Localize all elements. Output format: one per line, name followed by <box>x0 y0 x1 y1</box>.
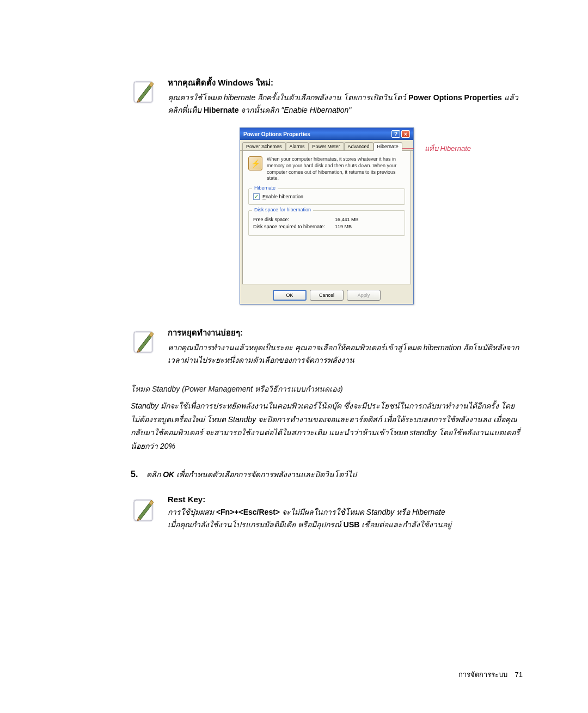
close-icon[interactable]: × <box>401 130 410 138</box>
note-install-windows: หากคุณติดตั้ง Windows ใหม่: คุณควรใช้โหม… <box>131 76 523 117</box>
note-rest-key: Rest Key: การใช้ปุ่มผสม <Fn>+<Esc/Rest> … <box>131 495 523 531</box>
note-body: หากคุณมีการทำงานแล้วหยุดเป็นระยะ คุณอาจเ… <box>168 342 523 367</box>
tab-row: Power Schemes Alarms Power Meter Advance… <box>240 140 413 151</box>
dialog-screenshot-wrap: Power Options Properties ? × Power Schem… <box>131 127 523 304</box>
tab-advanced[interactable]: Advanced <box>344 142 373 150</box>
pen-note-icon <box>131 496 157 524</box>
help-icon[interactable]: ? <box>391 130 400 138</box>
standby-body: Standby มักจะใช้เพื่อการประหยัดพลังงานใน… <box>131 399 523 453</box>
group-diskspace-title: Disk space for hibernation <box>252 207 313 212</box>
standby-heading: โหมด Standby (Power Management หรือวิธีก… <box>131 383 523 395</box>
note-title: Rest Key: <box>168 495 523 504</box>
tab-hibernate[interactable]: Hibernate <box>373 142 402 151</box>
enable-hibernation-checkbox[interactable]: ✓ <box>253 193 260 200</box>
dialog-titlebar: Power Options Properties ? × <box>240 128 413 140</box>
page-footer: การจัดการระบบ 71 <box>458 669 523 680</box>
page-number: 71 <box>515 671 523 679</box>
group-hibernate-title: Hibernate <box>252 185 278 191</box>
ok-button[interactable]: OK <box>273 290 307 301</box>
note-frequent-stops: การหยุดทำงานบ่อยๆ: หากคุณมีการทำงานแล้วห… <box>131 326 523 367</box>
footer-section: การจัดการระบบ <box>458 671 507 679</box>
pen-note-icon <box>131 327 157 356</box>
callout-tab-hibernate-label: แท็บ Hibernate <box>425 143 471 154</box>
hibernate-info-text: When your computer hibernates, it stores… <box>267 156 405 182</box>
enable-hibernation-label: Enable hibernation <box>262 194 303 199</box>
tab-power-schemes[interactable]: Power Schemes <box>242 142 286 150</box>
note-body: คุณควรใช้โหมด hibernate อีกครั้งในตัวเลื… <box>168 92 523 117</box>
power-options-dialog: Power Options Properties ? × Power Schem… <box>240 127 414 304</box>
tab-alarms[interactable]: Alarms <box>286 142 309 150</box>
tab-power-meter[interactable]: Power Meter <box>309 142 344 150</box>
pen-note-icon <box>131 77 157 106</box>
step-number: 5. <box>131 470 138 479</box>
note-body: การใช้ปุ่มผสม <Fn>+<Esc/Rest> จะไม่มีผลใ… <box>168 506 523 531</box>
apply-button[interactable]: Apply <box>347 290 381 301</box>
cancel-button[interactable]: Cancel <box>310 290 344 301</box>
note-title: หากคุณติดตั้ง Windows ใหม่: <box>168 76 523 89</box>
step-5: 5. คลิก OK เพื่อกำหนดตัวเลือกการจัดการพล… <box>131 468 523 482</box>
free-disk-space-row: Free disk space:16,441 MB <box>253 217 400 222</box>
note-title: การหยุดทำงานบ่อยๆ: <box>168 326 523 339</box>
dialog-title: Power Options Properties <box>243 131 310 137</box>
required-disk-space-row: Disk space required to hibernate:119 MB <box>253 224 400 229</box>
power-info-icon: ⚡ <box>248 156 262 170</box>
